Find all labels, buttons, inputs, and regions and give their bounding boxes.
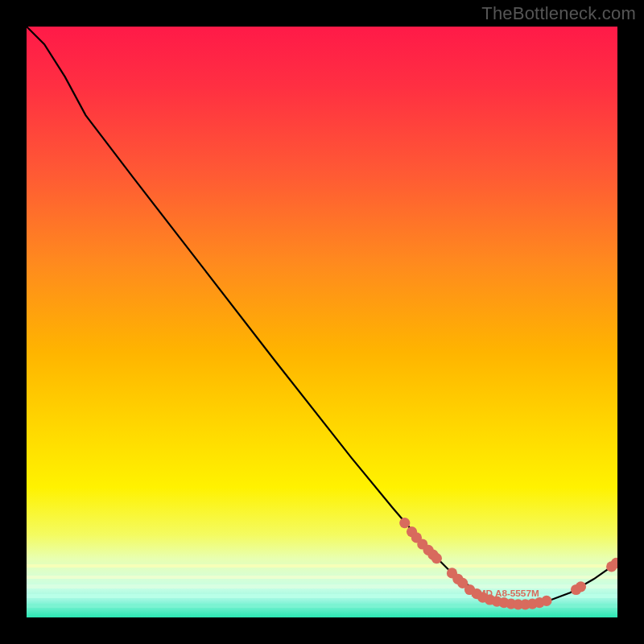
marker-dot (576, 581, 586, 592)
embedded-legend: AMD A8-5557M (471, 588, 539, 598)
plot-area: AMD A8-5557M (27, 27, 617, 617)
curve-layer: AMD A8-5557M (27, 27, 617, 617)
marker-dot (399, 518, 410, 528)
watermark-text: TheBottleneck.com (481, 3, 636, 24)
bottleneck-curve (27, 27, 617, 605)
chart-stage: TheBottleneck.com AMD A8-5557M (0, 0, 644, 644)
marker-dot (431, 553, 442, 564)
marker-dot (541, 596, 551, 606)
